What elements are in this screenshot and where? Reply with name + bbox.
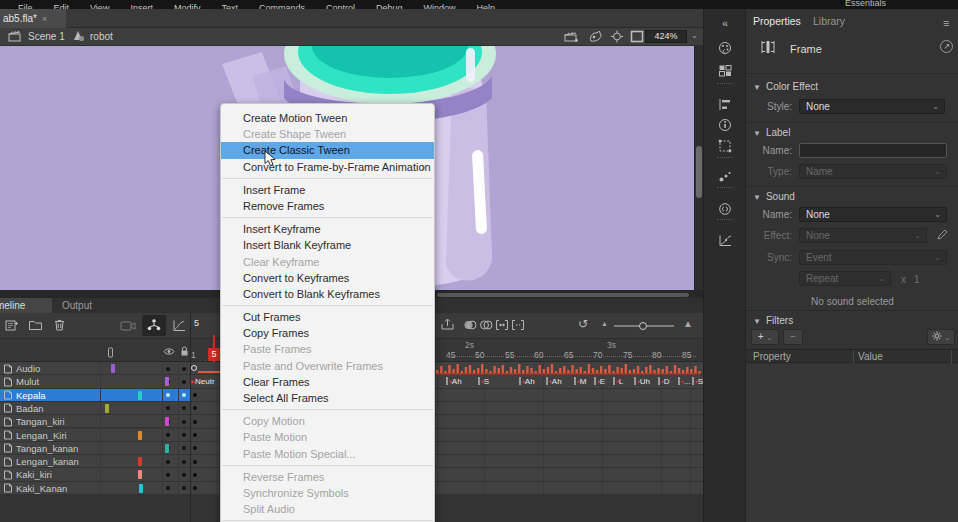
breadcrumb-symbol[interactable]: robot [90, 31, 113, 43]
lipsync-frame-label[interactable]: ▪... [678, 377, 691, 386]
menu-control[interactable]: Control [326, 2, 355, 9]
lipsync-frame-label[interactable]: ▪Uh [634, 377, 650, 386]
keyframe-dot[interactable] [193, 420, 197, 424]
new-layer-icon[interactable] [4, 318, 19, 332]
document-tab[interactable]: ab5.fla*× [0, 9, 66, 28]
menu-item[interactable]: Clear Frames [221, 374, 434, 390]
layer-name[interactable]: Lengan_kanan [16, 455, 79, 468]
layer-lock-dot[interactable] [182, 380, 186, 384]
layer-row-lengan_kanan[interactable]: Lengan_kanan [0, 455, 190, 468]
menu-item[interactable]: Create Motion Tween [221, 110, 434, 126]
layer-parent-marker[interactable] [139, 484, 143, 493]
keyframe-dot[interactable] [193, 406, 197, 410]
menu-item[interactable]: Convert to Keyframes [221, 270, 434, 286]
parenting-view-toggle[interactable] [142, 315, 166, 336]
export-icon[interactable] [440, 318, 455, 331]
layer-lock-dot[interactable] [182, 460, 186, 464]
marker-range-icon[interactable] [511, 319, 525, 331]
lipsync-frame-label[interactable]: ▪Ah [519, 377, 535, 386]
layer-visibility-dot[interactable] [166, 367, 170, 371]
help-icon[interactable]: ↗ [940, 40, 953, 53]
layer-name[interactable]: Kepala [16, 389, 46, 402]
lipsync-frame-label[interactable]: ▪Ah [546, 377, 562, 386]
menu-help[interactable]: Help [477, 2, 496, 9]
frame-view-large-icon[interactable]: ▲ [683, 318, 693, 329]
lipsync-frame-label[interactable]: ▪M [574, 377, 587, 386]
layer-parent-marker[interactable] [138, 470, 142, 479]
layer-name[interactable]: Badan [16, 402, 43, 415]
layer-lock-dot[interactable] [182, 420, 186, 424]
layer-name[interactable]: Tangan_kiri [16, 415, 65, 428]
menu-item[interactable]: Remove Frames [221, 198, 434, 214]
menu-window[interactable]: Window [424, 2, 456, 9]
layer-row-badan[interactable]: Badan [0, 402, 190, 415]
lipsync-frame-label[interactable]: ▪Ah [446, 377, 462, 386]
loop-icon[interactable]: ↺ [578, 317, 588, 331]
layer-lock-dot[interactable] [182, 367, 186, 371]
menu-item[interactable]: Insert Keyframe [221, 221, 434, 237]
clip-content-icon[interactable] [630, 30, 644, 43]
add-filter-button[interactable]: + ⌄ [751, 329, 779, 345]
cc-libraries-icon[interactable] [704, 201, 746, 219]
layer-parent-marker[interactable] [165, 444, 169, 453]
workspace-switcher[interactable]: Essentials [845, 0, 886, 9]
label-name-input[interactable] [799, 143, 947, 158]
align-icon[interactable] [704, 97, 746, 115]
layer-parent-marker[interactable] [165, 377, 169, 386]
menu-file[interactable]: File [18, 2, 33, 9]
frame-zoom-slider-knob[interactable] [639, 322, 647, 330]
frame-view-small-icon[interactable]: ▲ [601, 320, 608, 327]
menu-insert[interactable]: Insert [130, 2, 153, 9]
layer-parent-marker[interactable] [138, 391, 142, 400]
collapse-triangle-icon[interactable]: ▼ [753, 317, 761, 326]
layer-row-tangan_kanan[interactable]: Tangan_kanan [0, 442, 190, 455]
parenting-view-icon[interactable] [146, 318, 162, 332]
collapse-triangle-icon[interactable]: ▼ [753, 83, 761, 92]
layer-lock-dot[interactable] [182, 486, 186, 490]
section-color-effect[interactable]: ▼Color Effect [753, 81, 818, 92]
menu-edit[interactable]: Edit [54, 2, 70, 9]
layer-name[interactable]: Lengan_Kiri [16, 429, 67, 442]
layer-row-kaki_kiri[interactable]: Kaki_kiri [0, 468, 190, 481]
layer-visibility-dot[interactable] [166, 460, 170, 464]
section-label[interactable]: ▼Label [753, 127, 790, 138]
onion-outlines-icon[interactable] [479, 319, 493, 331]
menu-item[interactable]: Copy Frames [221, 325, 434, 341]
keyframe-dot[interactable] [193, 393, 197, 397]
layer-row-kepala[interactable]: Kepala [0, 389, 190, 402]
lock-icon[interactable] [180, 346, 189, 357]
section-sound[interactable]: ▼Sound [753, 191, 795, 202]
menu-item[interactable]: Insert Blank Keyframe [221, 237, 434, 253]
breadcrumb-scene[interactable]: Scene 1 [28, 31, 65, 43]
layer-row-lengan_kiri[interactable]: Lengan_Kiri [0, 429, 190, 442]
tab-properties[interactable]: Properties [753, 15, 801, 27]
layer-lock-dot[interactable] [182, 433, 186, 437]
layer-lock-dot[interactable] [182, 406, 186, 410]
layer-row-audio[interactable]: Audio [0, 362, 190, 375]
layer-parent-marker[interactable] [138, 431, 142, 440]
tab-timeline[interactable]: Timeline [0, 298, 52, 313]
lipsync-frame-label[interactable]: ▪E [594, 377, 605, 386]
layer-name[interactable]: Audio [16, 362, 40, 375]
brush-library-icon[interactable] [704, 169, 746, 187]
collapse-triangle-icon[interactable]: ▼ [753, 193, 761, 202]
edit-multiple-frames-icon[interactable] [495, 319, 509, 331]
lipsync-frame-label[interactable]: ▪S [692, 377, 703, 386]
layer-row-mulut[interactable]: Mulut [0, 375, 190, 388]
zoom-dropdown-chevron-icon[interactable]: ⌄ [691, 31, 698, 40]
collapse-triangle-icon[interactable]: ▼ [753, 129, 761, 138]
layer-visibility-dot[interactable] [166, 473, 170, 477]
keyframe-dot[interactable] [193, 446, 197, 450]
menu-item[interactable]: Cut Frames [221, 309, 434, 325]
swatches-icon[interactable] [704, 63, 746, 81]
menu-commands[interactable]: Commands [259, 2, 305, 9]
scrollbar-thumb[interactable] [437, 293, 689, 297]
menu-debug[interactable]: Debug [376, 2, 403, 9]
playhead-frame-number[interactable]: 5 [208, 348, 220, 361]
camera-icon[interactable] [120, 319, 136, 332]
motion-presets-icon[interactable] [704, 233, 746, 251]
style-dropdown[interactable]: None⌄ [799, 99, 945, 114]
layer-visibility-dot[interactable] [166, 406, 170, 410]
color-icon[interactable] [704, 41, 746, 59]
layer-parent-marker[interactable] [111, 364, 115, 373]
